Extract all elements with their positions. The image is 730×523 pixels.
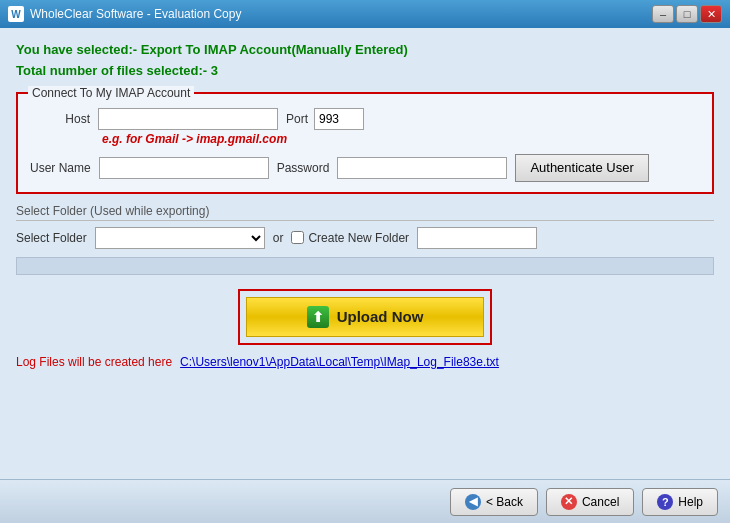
host-label: Host bbox=[30, 112, 90, 126]
select-folder-label: Select Folder bbox=[16, 231, 87, 245]
bottombar: ◀ < Back ✕ Cancel ? Help bbox=[0, 479, 730, 523]
app-icon: W bbox=[8, 6, 24, 22]
upload-btn-label: Upload Now bbox=[337, 308, 424, 325]
create-folder-checkbox[interactable] bbox=[291, 231, 304, 244]
cancel-button[interactable]: ✕ Cancel bbox=[546, 488, 634, 516]
back-icon: ◀ bbox=[465, 494, 481, 510]
log-path-link[interactable]: C:\Users\lenov1\AppData\Local\Temp\IMap_… bbox=[180, 355, 499, 369]
folder-section-title: Select Folder (Used while exporting) bbox=[16, 204, 714, 221]
create-folder-checkbox-label[interactable]: Create New Folder bbox=[291, 231, 409, 245]
titlebar-buttons: – □ ✕ bbox=[652, 5, 722, 23]
create-folder-label: Create New Folder bbox=[308, 231, 409, 245]
imap-panel: Connect To My IMAP Account Host Port e.g… bbox=[16, 92, 714, 194]
port-row: Port bbox=[286, 108, 364, 130]
new-folder-input[interactable] bbox=[417, 227, 537, 249]
info-line2: Total number of files selected:- 3 bbox=[16, 61, 714, 82]
host-port-row: Host Port bbox=[30, 108, 700, 130]
password-label: Password bbox=[277, 161, 330, 175]
upload-icon: ⬆ bbox=[307, 306, 329, 328]
upload-now-button[interactable]: ⬆ Upload Now bbox=[246, 297, 485, 337]
progress-area bbox=[16, 257, 714, 275]
help-button[interactable]: ? Help bbox=[642, 488, 718, 516]
close-button[interactable]: ✕ bbox=[700, 5, 722, 23]
folder-section: Select Folder (Used while exporting) Sel… bbox=[16, 204, 714, 249]
or-label: or bbox=[273, 231, 284, 245]
folder-select[interactable] bbox=[95, 227, 265, 249]
cancel-label: Cancel bbox=[582, 495, 619, 509]
authenticate-button[interactable]: Authenticate User bbox=[515, 154, 648, 182]
port-input[interactable] bbox=[314, 108, 364, 130]
username-label: User Name bbox=[30, 161, 91, 175]
maximize-button[interactable]: □ bbox=[676, 5, 698, 23]
cancel-icon: ✕ bbox=[561, 494, 577, 510]
port-label: Port bbox=[286, 112, 308, 126]
host-input[interactable] bbox=[98, 108, 278, 130]
folder-row: Select Folder or Create New Folder bbox=[16, 227, 714, 249]
minimize-button[interactable]: – bbox=[652, 5, 674, 23]
log-section: Log Files will be created here C:\Users\… bbox=[16, 355, 714, 369]
upload-btn-wrapper: ⬆ Upload Now bbox=[238, 289, 493, 345]
password-input[interactable] bbox=[337, 157, 507, 179]
upload-section: ⬆ Upload Now bbox=[16, 289, 714, 345]
gmail-hint: e.g. for Gmail -> imap.gmail.com bbox=[102, 132, 700, 146]
imap-panel-title: Connect To My IMAP Account bbox=[28, 86, 194, 100]
titlebar-title: WholeClear Software - Evaluation Copy bbox=[30, 7, 652, 21]
help-label: Help bbox=[678, 495, 703, 509]
log-label: Log Files will be created here bbox=[16, 355, 172, 369]
help-icon: ? bbox=[657, 494, 673, 510]
info-section: You have selected:- Export To IMAP Accou… bbox=[16, 40, 714, 82]
titlebar: W WholeClear Software - Evaluation Copy … bbox=[0, 0, 730, 28]
credentials-row: User Name Password Authenticate User bbox=[30, 154, 700, 182]
back-button[interactable]: ◀ < Back bbox=[450, 488, 538, 516]
main-content: You have selected:- Export To IMAP Accou… bbox=[0, 28, 730, 479]
back-label: < Back bbox=[486, 495, 523, 509]
username-input[interactable] bbox=[99, 157, 269, 179]
info-line1: You have selected:- Export To IMAP Accou… bbox=[16, 40, 714, 61]
